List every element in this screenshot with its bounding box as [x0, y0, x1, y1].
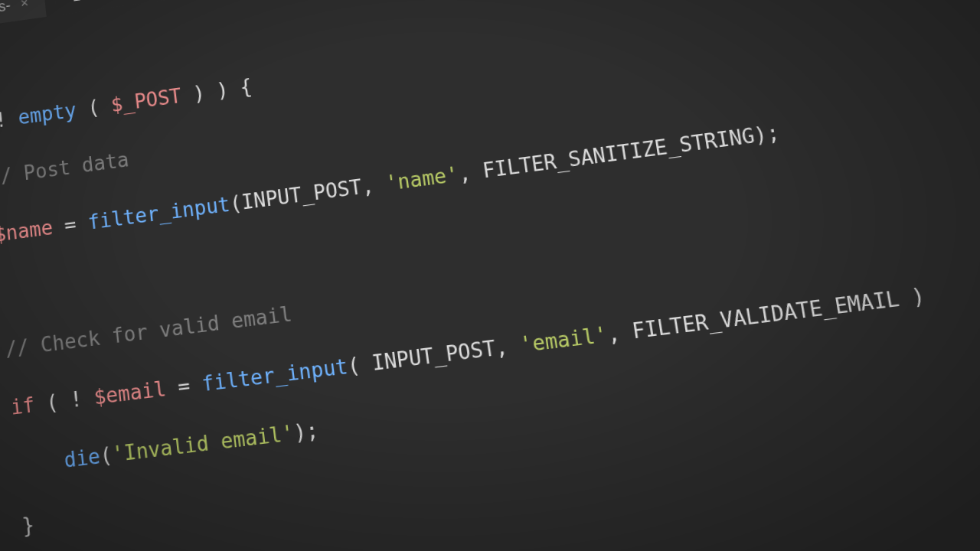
- tilted-surface: Run Tools 3-create-tables- × 11-form-to-…: [0, 0, 980, 551]
- code-area[interactable]: <?php if ( ! empty ( $_POST ) ) { // Pos…: [0, 0, 980, 551]
- code-editor[interactable]: 7 8 9 10 11 12 13 14 15 16 17 <?php if (…: [0, 0, 980, 551]
- close-icon[interactable]: ×: [20, 0, 30, 13]
- editor-window: Run Tools 3-create-tables- × 11-form-to-…: [0, 0, 980, 551]
